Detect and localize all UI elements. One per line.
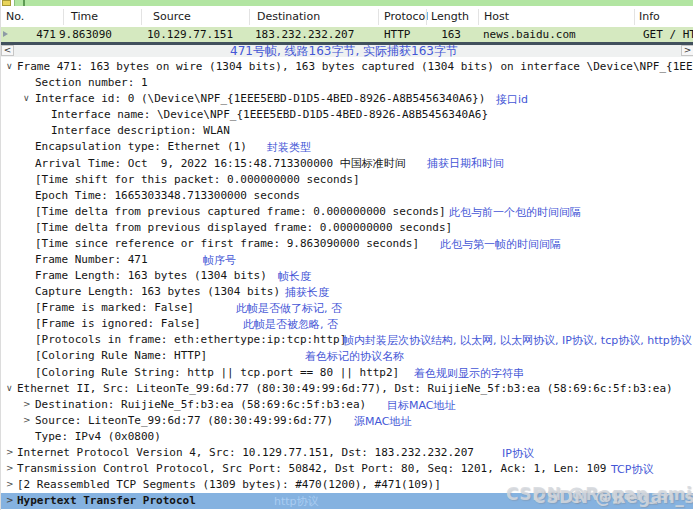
column-header-host[interactable]: Host: [484, 10, 509, 23]
packet-details-pane[interactable]: ∨Frame 471: 163 bytes on wire (1304 bits…: [1, 57, 693, 510]
cell-destination: 183.232.232.207: [255, 28, 354, 41]
detail-row-text: Frame Number: 471: [35, 253, 148, 266]
detail-row[interactable]: Interface description: WLAN: [1, 123, 693, 139]
detail-row-text: Type: IPv4 (0x0800): [35, 430, 161, 443]
chinese-annotation: 源MAC地址: [354, 414, 412, 429]
detail-row[interactable]: Capture Length: 163 bytes (1304 bits)捕获长…: [1, 284, 693, 300]
chinese-annotation: 着色规则显示的字符串: [414, 366, 524, 381]
cell-protocol: HTTP: [384, 28, 411, 41]
filter-input[interactable]: [14, 0, 693, 6]
detail-row[interactable]: [Time delta from previous displayed fram…: [1, 220, 693, 236]
chinese-annotation: 帧内封装层次协议结构, 以太网, 以太网协议, IP协议, tcp协议, htt…: [343, 333, 692, 348]
detail-row-text: Destination: RuijieNe_5f:b3:ea (58:69:6c…: [35, 398, 366, 411]
column-separator[interactable]: [478, 9, 479, 25]
detail-row[interactable]: [Time since reference or first frame: 9.…: [1, 236, 693, 252]
detail-row-text: [Frame is marked: False]: [35, 301, 194, 314]
chevron-right-icon[interactable]: >: [6, 495, 14, 505]
detail-row-selected[interactable]: >Hypertext Transfer Protocolhttp协议: [1, 493, 693, 509]
detail-row-text: Section number: 1: [35, 76, 148, 89]
scroll-left-button[interactable]: <: [1, 45, 14, 56]
detail-row[interactable]: Frame Number: 471帧序号: [1, 252, 693, 268]
bookmark-icon[interactable]: [2, 0, 11, 6]
column-header-no[interactable]: No.: [6, 10, 24, 23]
chevron-right-icon[interactable]: >: [23, 415, 31, 425]
detail-row-text: Interface id: 0 (\Device\NPF_{1EEE5EBD-D…: [35, 92, 485, 105]
chinese-annotation: 此帧是否被忽略, 否: [243, 317, 338, 332]
detail-row[interactable]: [Coloring Rule String: http || tcp.port …: [1, 365, 693, 381]
detail-row-text: [Coloring Rule Name: HTTP]: [35, 349, 207, 362]
detail-row[interactable]: Encapsulation type: Ethernet (1)封装类型: [1, 139, 693, 155]
detail-row[interactable]: >Destination: RuijieNe_5f:b3:ea (58:69:6…: [1, 397, 693, 413]
wireshark-window: No.TimeSourceDestinationProtocolLengthHo…: [0, 0, 693, 510]
column-separator[interactable]: [141, 9, 142, 25]
detail-row-text: Ethernet II, Src: LiteonTe_99:6d:77 (80:…: [17, 382, 673, 395]
detail-row-text: [Coloring Rule String: http || tcp.port …: [35, 366, 399, 379]
column-header-length[interactable]: Length: [431, 10, 469, 23]
detail-row-text: Transmission Control Protocol, Src Port:…: [17, 462, 606, 475]
column-separator[interactable]: [249, 9, 250, 25]
scroll-right-button[interactable]: >: [681, 45, 693, 56]
detail-row-text: [Frame is ignored: False]: [35, 317, 201, 330]
detail-row[interactable]: Frame Length: 163 bytes (1304 bits)帧长度: [1, 268, 693, 284]
chinese-annotation: 此包与第一帧的时间间隔: [440, 237, 561, 252]
detail-row[interactable]: [Coloring Rule Name: HTTP]着色标记的协议名称: [1, 348, 693, 364]
column-header-protocol[interactable]: Protocol: [384, 10, 428, 23]
detail-row[interactable]: [Frame is ignored: False]此帧是否被忽略, 否: [1, 316, 693, 332]
chinese-annotation: http协议: [274, 494, 319, 509]
detail-row[interactable]: [Time shift for this packet: 0.000000000…: [1, 172, 693, 188]
chevron-right-icon[interactable]: >: [6, 447, 14, 457]
column-header-info[interactable]: Info: [639, 10, 660, 23]
chinese-annotation: 接口id: [496, 92, 528, 107]
detail-row[interactable]: ∨Ethernet II, Src: LiteonTe_99:6d:77 (80…: [1, 381, 693, 397]
chevron-right-icon[interactable]: >: [6, 479, 14, 489]
detail-row-text: Hypertext Transfer Protocol: [17, 494, 196, 507]
filter-bar[interactable]: [1, 0, 693, 7]
detail-row[interactable]: >Transmission Control Protocol, Src Port…: [1, 461, 693, 477]
chevron-right-icon[interactable]: >: [23, 399, 31, 409]
detail-row-text: Interface name: \Device\NPF_{1EEE5EBD-D1…: [51, 108, 488, 121]
detail-row[interactable]: Epoch Time: 1665303348.713300000 seconds: [1, 188, 693, 204]
column-header-time[interactable]: Time: [71, 10, 98, 23]
column-header-destination[interactable]: Destination: [257, 10, 320, 23]
detail-row-text: Frame Length: 163 bytes (1304 bits): [35, 269, 267, 282]
detail-row-text: Source: LiteonTe_99:6d:77 (80:30:49:99:6…: [35, 414, 333, 427]
detail-row[interactable]: >Source: LiteonTe_99:6d:77 (80:30:49:99:…: [1, 413, 693, 429]
detail-row[interactable]: >[2 Reassembled TCP Segments (1309 bytes…: [1, 477, 693, 493]
detail-row-text: Arrival Time: Oct 9, 2022 16:15:48.71330…: [35, 156, 406, 171]
column-separator[interactable]: [378, 9, 379, 25]
filter-cursor: [23, 0, 25, 6]
column-header-source[interactable]: Source: [153, 10, 191, 23]
chevron-down-icon[interactable]: ∨: [6, 383, 13, 393]
detail-row[interactable]: [Protocols in frame: eth:ethertype:ip:tc…: [1, 332, 693, 348]
detail-row-text: [Time since reference or first frame: 9.…: [35, 237, 419, 250]
detail-row[interactable]: Type: IPv4 (0x0800): [1, 429, 693, 445]
detail-row[interactable]: ∨Interface id: 0 (\Device\NPF_{1EEE5EBD-…: [1, 91, 693, 107]
detail-row-text: Interface description: WLAN: [51, 124, 230, 137]
detail-row-text: [Time shift for this packet: 0.000000000…: [35, 173, 360, 186]
chinese-annotation: 此帧是否做了标记, 否: [236, 301, 342, 316]
detail-row-text: Frame 471: 163 bytes on wire (1304 bits)…: [17, 60, 693, 73]
chevron-down-icon[interactable]: ∨: [6, 61, 13, 71]
chinese-annotation: TCP协议: [611, 462, 653, 477]
detail-row[interactable]: Interface name: \Device\NPF_{1EEE5EBD-D1…: [1, 107, 693, 123]
detail-row-text: [Time delta from previous captured frame…: [35, 205, 446, 218]
column-separator[interactable]: [63, 9, 64, 25]
column-separator[interactable]: [634, 9, 635, 25]
cell-length: 163: [431, 28, 461, 41]
chevron-down-icon[interactable]: ∨: [23, 93, 30, 103]
chinese-annotation: 目标MAC地址: [387, 398, 456, 413]
detail-row[interactable]: [Frame is marked: False]此帧是否做了标记, 否: [1, 300, 693, 316]
detail-row-text: Internet Protocol Version 4, Src: 10.129…: [17, 446, 474, 459]
chevron-right-icon[interactable]: >: [6, 463, 14, 473]
chinese-annotation: 捕获日期和时间: [427, 156, 504, 171]
chinese-annotation: 着色标记的协议名称: [305, 349, 404, 364]
detail-row[interactable]: Arrival Time: Oct 9, 2022 16:15:48.71330…: [1, 155, 693, 171]
chinese-annotation: 帧长度: [278, 269, 311, 284]
detail-row-text: [2 Reassembled TCP Segments (1309 bytes)…: [17, 478, 441, 491]
column-separator[interactable]: [426, 9, 427, 25]
detail-row[interactable]: ∨Frame 471: 163 bytes on wire (1304 bits…: [1, 59, 693, 75]
detail-row[interactable]: [Time delta from previous captured frame…: [1, 204, 693, 220]
detail-row[interactable]: Section number: 1: [1, 75, 693, 91]
detail-row-text: Capture Length: 163 bytes (1304 bits): [35, 285, 280, 298]
detail-row[interactable]: >Internet Protocol Version 4, Src: 10.12…: [1, 445, 693, 461]
